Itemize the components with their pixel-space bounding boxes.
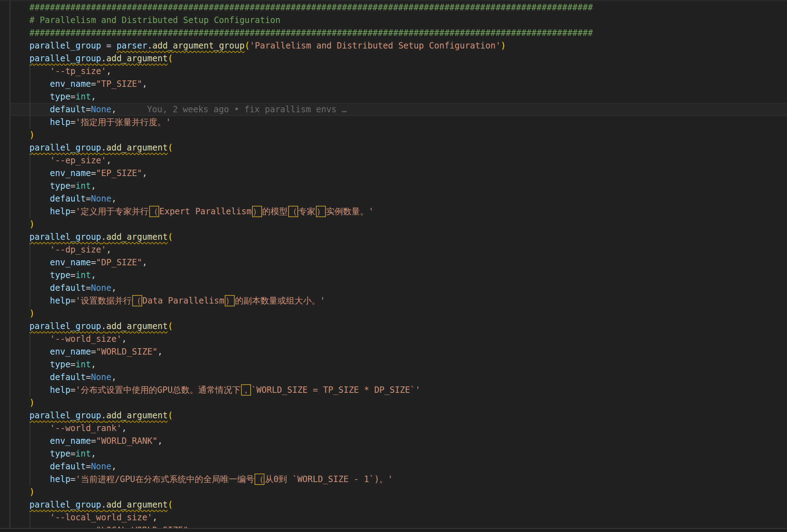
code-token[interactable]: int: [76, 92, 91, 102]
code-line[interactable]: ########################################…: [10, 1, 787, 14]
code-line[interactable]: ): [10, 486, 787, 498]
code-token[interactable]: ,: [111, 104, 116, 114]
code-token[interactable]: env_name: [50, 168, 91, 178]
code-token[interactable]: ,: [91, 92, 96, 102]
code-token[interactable]: [29, 79, 50, 89]
code-token[interactable]: Data Parallelism: [143, 296, 224, 306]
code-token[interactable]: help: [50, 296, 71, 306]
code-lines-container[interactable]: ########################################…: [10, 1, 787, 532]
code-token[interactable]: 专家: [298, 206, 316, 216]
code-line[interactable]: type=int,: [10, 90, 787, 103]
code-token[interactable]: [29, 257, 50, 267]
code-token[interactable]: ,: [91, 270, 96, 280]
unicode-highlight-box[interactable]: ）: [225, 295, 235, 306]
code-token[interactable]: parser: [117, 41, 147, 51]
code-token[interactable]: =: [71, 181, 76, 191]
code-token[interactable]: .: [101, 321, 106, 331]
code-token[interactable]: [29, 347, 50, 357]
code-token[interactable]: ,: [122, 334, 127, 344]
code-token[interactable]: ,: [111, 194, 116, 204]
unicode-highlight-box[interactable]: （: [255, 474, 264, 485]
code-token[interactable]: default: [50, 194, 86, 204]
code-token[interactable]: =: [91, 79, 96, 89]
code-token[interactable]: '--world_size': [50, 334, 122, 344]
code-token[interactable]: int: [76, 181, 91, 191]
code-token[interactable]: "TP_SIZE": [96, 79, 142, 89]
code-token[interactable]: add_argument_group: [152, 41, 245, 51]
code-token[interactable]: .: [101, 500, 106, 510]
code-token[interactable]: ,: [111, 372, 116, 382]
code-token[interactable]: [29, 270, 50, 280]
code-token[interactable]: ): [29, 398, 34, 408]
code-token[interactable]: '--local_world_size': [50, 513, 152, 522]
code-line[interactable]: ): [10, 307, 787, 320]
code-token[interactable]: type: [50, 449, 71, 459]
code-token[interactable]: parallel_group: [29, 143, 101, 153]
code-token[interactable]: ,: [142, 168, 147, 178]
code-token[interactable]: parallel_group: [29, 232, 101, 242]
code-token[interactable]: parallel_group: [29, 321, 101, 331]
code-token[interactable]: ): [29, 487, 34, 497]
code-line-current[interactable]: default=None,You, 2 weeks ago • fix para…: [10, 103, 787, 116]
code-line[interactable]: '--tp_size',: [10, 65, 787, 78]
code-token[interactable]: [29, 296, 50, 306]
code-token[interactable]: env_name: [50, 79, 91, 89]
code-token[interactable]: parallel_group: [29, 411, 101, 420]
code-line[interactable]: help='定义用于专家并行（Expert Parallelism）的模型（专家…: [10, 205, 787, 218]
code-token[interactable]: 从0到 `WORLD_SIZE - 1`)。': [265, 474, 393, 484]
code-token[interactable]: int: [76, 360, 91, 369]
code-token[interactable]: '当前进程/GPU在分布式系统中的全局唯一编号: [76, 474, 254, 484]
code-line[interactable]: # Parallelism and Distributed Setup Conf…: [10, 14, 787, 27]
code-token[interactable]: ,: [142, 257, 147, 267]
code-token[interactable]: =: [101, 41, 116, 51]
code-token[interactable]: [29, 194, 50, 204]
code-line[interactable]: type=int,: [10, 180, 787, 192]
code-token[interactable]: [29, 423, 50, 433]
unicode-highlight-box[interactable]: （: [149, 206, 159, 217]
code-token[interactable]: Expert Parallelism: [160, 206, 252, 216]
code-token[interactable]: =: [91, 436, 96, 446]
code-token[interactable]: =: [91, 347, 96, 357]
code-line[interactable]: parallel_group.add_argument(: [10, 409, 787, 422]
code-line[interactable]: parallel_group = parser.add_argument_gro…: [10, 39, 787, 52]
code-token[interactable]: [29, 513, 50, 522]
code-token[interactable]: default: [50, 104, 86, 114]
code-line[interactable]: help='指定用于张量并行度。': [10, 116, 787, 129]
code-token[interactable]: =: [71, 206, 76, 216]
code-token[interactable]: =: [71, 92, 76, 102]
code-token[interactable]: (: [168, 53, 173, 63]
code-token[interactable]: =: [71, 449, 76, 459]
code-line[interactable]: parallel_group.add_argument(: [10, 141, 787, 154]
code-token[interactable]: type: [50, 181, 71, 191]
code-token[interactable]: =: [91, 257, 96, 267]
code-line[interactable]: '--local_world_size',: [10, 511, 787, 524]
code-token[interactable]: env_name: [50, 257, 91, 267]
code-token[interactable]: [29, 66, 50, 76]
code-token[interactable]: ): [29, 219, 34, 229]
code-token[interactable]: .: [101, 232, 106, 242]
code-token[interactable]: =: [71, 296, 76, 306]
code-line[interactable]: env_name="WORLD_RANK",: [10, 435, 787, 447]
code-token[interactable]: [29, 181, 50, 191]
code-token[interactable]: =: [71, 385, 76, 395]
code-token[interactable]: add_argument: [106, 53, 168, 63]
code-token[interactable]: env_name: [50, 347, 91, 357]
code-line[interactable]: default=None,: [10, 192, 787, 205]
code-token[interactable]: ,: [157, 436, 162, 446]
code-token[interactable]: ): [29, 130, 34, 140]
code-token[interactable]: [29, 168, 50, 178]
code-token[interactable]: =: [86, 372, 91, 382]
code-token[interactable]: [29, 462, 50, 471]
code-line[interactable]: parallel_group.add_argument(: [10, 498, 787, 511]
code-token[interactable]: ,: [142, 79, 147, 89]
code-token[interactable]: ): [29, 309, 34, 318]
code-token[interactable]: [29, 372, 50, 382]
code-token[interactable]: ,: [91, 181, 96, 191]
code-token[interactable]: None: [91, 372, 111, 382]
code-token[interactable]: type: [50, 360, 71, 369]
code-token[interactable]: [29, 436, 50, 446]
code-token[interactable]: '--tp_size': [50, 66, 106, 76]
code-line[interactable]: env_name="DP_SIZE",: [10, 256, 787, 269]
code-line[interactable]: help='设置数据并行（Data Parallelism）的副本数量或组大小。…: [10, 294, 787, 307]
code-line[interactable]: '--dp_size',: [10, 243, 787, 256]
